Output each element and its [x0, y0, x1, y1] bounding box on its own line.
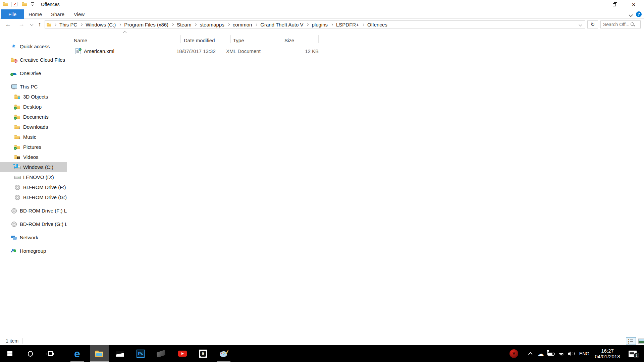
column-header-name[interactable]: Name	[74, 36, 174, 45]
forward-button[interactable]: →	[17, 20, 26, 28]
search-input[interactable]	[601, 22, 630, 27]
sidebar-item-creative-cloud-files[interactable]: Creative Cloud Files	[0, 55, 67, 65]
battery-tray-button[interactable]	[546, 345, 555, 362]
taskbar-photoshop-button[interactable]: Ps	[131, 345, 150, 362]
wifi-icon	[557, 351, 565, 356]
taskbar-dark-app-button[interactable]	[152, 345, 170, 362]
close-button[interactable]: ✕	[624, 0, 643, 9]
onedrive-cloud-icon	[11, 70, 17, 76]
column-header-size[interactable]: Size	[284, 36, 315, 45]
xml-document-icon	[75, 48, 80, 54]
sidebar-item-3d-objects[interactable]: 3D Objects	[0, 92, 67, 102]
sidebar-item-desktop[interactable]: Desktop	[0, 102, 67, 112]
sidebar-item-pictures[interactable]: Pictures	[0, 142, 67, 152]
details-view-button[interactable]	[626, 337, 636, 345]
tab-share[interactable]: Share	[49, 9, 66, 19]
breadcrumb-separator-icon	[255, 23, 257, 25]
sidebar-item-bd-rom-g[interactable]: BD-ROM Drive (G:)	[0, 192, 67, 202]
minimize-icon	[593, 5, 597, 5]
sidebar-item-downloads[interactable]: Downloads	[0, 122, 67, 132]
breadcrumb-program-files-x86[interactable]: Program Files (x86)	[123, 22, 170, 27]
column-header-type[interactable]: Type	[233, 36, 277, 45]
taskbar-file-explorer-button[interactable]	[90, 345, 109, 362]
folder-icon	[47, 22, 52, 27]
sidebar-item-videos[interactable]: Videos	[0, 152, 67, 162]
desktop-folder-icon	[14, 104, 20, 109]
breadcrumb-lspdfr-plus[interactable]: LSPDFR+	[335, 22, 360, 27]
thumbnails-view-button[interactable]	[637, 337, 644, 345]
back-button[interactable]: ←	[3, 20, 13, 28]
sidebar-item-homegroup[interactable]: Homegroup	[0, 246, 67, 256]
minimize-button[interactable]	[585, 0, 604, 9]
titlebar: ✓ Offences ✕	[0, 0, 644, 9]
sidebar-item-lenovo-d[interactable]: LENOVO (D:)	[0, 172, 67, 182]
table-row[interactable]: American.xml 18/07/2017 13:32 XML Docume…	[70, 46, 382, 56]
up-button[interactable]: ↑	[35, 20, 44, 28]
help-button[interactable]: ?	[636, 11, 642, 17]
breadcrumb-steam[interactable]: Steam	[175, 22, 193, 27]
refresh-button[interactable]: ↻	[587, 20, 598, 28]
taskbar: e Ps 9 Y ☁ ENG 16:27 04/01/2018 1	[0, 345, 644, 362]
tab-file[interactable]: File	[1, 9, 24, 19]
taskbar-youtube-button[interactable]	[173, 345, 192, 362]
properties-button[interactable]: ✓	[13, 2, 17, 6]
wifi-tray-button[interactable]	[556, 345, 566, 362]
language-indicator[interactable]: ENG	[578, 345, 591, 362]
breadcrumb-common[interactable]: common	[231, 22, 254, 27]
column-header-date-modified[interactable]: Date modified	[184, 36, 227, 45]
windows-c-drive-icon	[14, 164, 20, 170]
taskbar-mail-button[interactable]	[111, 345, 129, 362]
breadcrumb-separator-icon	[227, 23, 230, 25]
breadcrumb-offences[interactable]: Offences	[366, 22, 389, 27]
tab-view[interactable]: View	[71, 9, 87, 19]
optical-disc-icon	[14, 184, 20, 190]
onedrive-tray-button[interactable]: ☁	[536, 345, 545, 362]
address-bar[interactable]: This PC Windows (C:) Program Files (x86)…	[45, 20, 585, 28]
taskbar-paint-button[interactable]	[214, 345, 233, 362]
pictures-folder-icon	[14, 144, 20, 149]
volume-tray-button[interactable]	[567, 345, 576, 362]
restore-button[interactable]	[604, 0, 624, 9]
sidebar-item-bd-rom-f[interactable]: BD-ROM Drive (F:) L	[0, 182, 67, 192]
cortana-button[interactable]	[21, 345, 40, 362]
expand-ribbon-chevron-icon[interactable]	[629, 13, 633, 17]
breadcrumb-steamapps[interactable]: steamapps	[198, 22, 225, 27]
sidebar-item-bd-rom-g-ls[interactable]: BD-ROM Drive (G:) LS	[0, 219, 67, 229]
sidebar-item-music[interactable]: Music	[0, 132, 67, 142]
address-dropdown-chevron-icon[interactable]	[579, 23, 582, 26]
file-explorer-icon	[95, 351, 103, 357]
tab-home[interactable]: Home	[27, 9, 44, 19]
file-date-modified: 18/07/2017 13:32	[176, 48, 226, 54]
customize-quick-access-toolbar-button[interactable]	[31, 2, 34, 6]
window-title: Offences	[41, 2, 60, 7]
sidebar-item-windows-c[interactable]: Windows (C:)	[0, 162, 67, 172]
breadcrumb-this-pc[interactable]: This PC	[58, 22, 78, 27]
restore-icon	[613, 3, 616, 6]
action-center-button[interactable]: 1	[626, 345, 639, 362]
sidebar-item-quick-access[interactable]: Quick access	[0, 41, 67, 51]
sidebar-item-onedrive[interactable]: OneDrive	[0, 68, 67, 78]
breadcrumb-separator-icon	[194, 23, 197, 25]
sidebar-item-documents[interactable]: Documents	[0, 112, 67, 122]
breadcrumb-grand-theft-auto-v[interactable]: Grand Theft Auto V	[259, 22, 305, 27]
sidebar-item-this-pc[interactable]: This PC	[0, 81, 67, 92]
task-view-button[interactable]	[41, 345, 60, 362]
sidebar-item-network[interactable]: Network	[0, 232, 67, 242]
sidebar-item-bd-rom-f-ls[interactable]: BD-ROM Drive (F:) LS	[0, 205, 67, 216]
breadcrumb-windows-c[interactable]: Windows (C:)	[84, 22, 117, 27]
breadcrumb-plugins[interactable]: plugins	[310, 22, 329, 27]
lenovo-tray-button[interactable]: Y	[508, 345, 519, 362]
start-button[interactable]	[0, 345, 19, 362]
9gag-icon: 9	[199, 350, 207, 358]
new-folder-button[interactable]	[22, 2, 28, 6]
recent-locations-button[interactable]	[29, 20, 34, 28]
taskbar-edge-button[interactable]: e	[68, 345, 87, 362]
breadcrumb-separator-icon	[80, 23, 83, 25]
status-bar: 1 item	[0, 337, 644, 345]
breadcrumb-separator-icon	[306, 23, 309, 25]
show-hidden-icons-button[interactable]	[526, 345, 535, 362]
taskbar-9gag-button[interactable]: 9	[194, 345, 212, 362]
search-box[interactable]	[600, 20, 641, 28]
clock[interactable]: 16:27 04/01/2018	[593, 345, 622, 362]
creative-cloud-folder-icon	[11, 57, 17, 62]
